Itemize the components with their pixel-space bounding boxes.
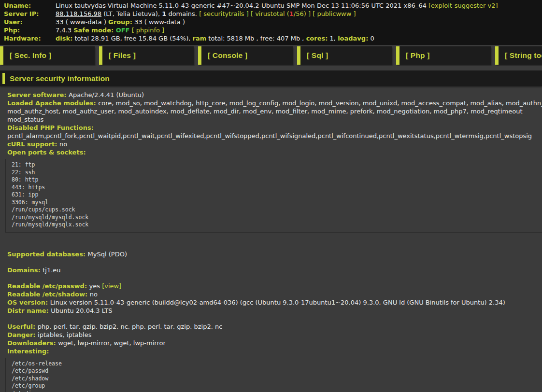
danger-line: Danger: iptables, iptables [7, 331, 542, 339]
open-ports-label-line: Open ports & sockets: [7, 148, 542, 156]
securitytrails-link[interactable]: [ securitytrails ] [199, 10, 249, 17]
downloaders-value: wget, lwp-mirror, wget, lwp-mirror [58, 339, 166, 347]
spacer [7, 258, 542, 266]
hardware-row: Hardware: disk: total 28.91 GB, free 15.… [4, 34, 538, 42]
downloaders-label: Downloaders: [7, 339, 58, 347]
curl-line: cURL support: no [7, 140, 542, 148]
disk-value: total 28.91 GB, free 15.84 GB (54%), [72, 35, 192, 42]
disk-label: disk: [56, 35, 72, 42]
distr-name-value: Ubuntu 20.04.3 LTS [51, 307, 112, 314]
uname-value: Linux tautvydas-Virtual-Machine 5.11.0-4… [56, 1, 498, 10]
php-row: Php: 7.4.3 Safe mode: OFF [ phpinfo ] [4, 26, 538, 34]
passwd-line: Readable /etc/passwd: yes [view] [7, 282, 542, 290]
virustotal-link[interactable]: [ virustotal (1/56) ] [249, 10, 313, 17]
tab-php[interactable]: [ Php ] [396, 46, 491, 65]
loadavg-label: loadavg: [338, 35, 368, 42]
user-label: User: [4, 18, 56, 26]
cores-label: cores: [306, 35, 328, 42]
domains-count: 1 [162, 10, 166, 17]
userful-value: php, perl, tar, gzip, bzip2, nc, php, pe… [38, 323, 223, 330]
curl-value: no [59, 140, 67, 148]
user-value: 33 ( www-data ) Group: 33 ( www-data ) [56, 18, 185, 26]
passwd-view-link[interactable]: [view] [102, 282, 121, 290]
databases-value: MySql (PDO) [88, 251, 127, 258]
accent-bar [2, 73, 5, 84]
tab-files[interactable]: [ Files ] [99, 46, 194, 65]
spacer [7, 315, 542, 322]
ram-label: ram [192, 35, 206, 42]
server-software-line: Server software: Apache/2.4.41 (Ubuntu) [7, 91, 542, 99]
tab-string-tools[interactable]: [ String tools ] [495, 46, 542, 65]
apache-modules-line-1: Loaded Apache modules: core, mod_so, mod… [7, 99, 542, 107]
tab-bar: [ Sec. Info ] [ Files ] [ Console ] [ Sq… [0, 46, 542, 66]
os-version-value: Linux version 5.11.0-43-generic (buildd@… [50, 299, 505, 306]
loadavg-value: 0 [368, 35, 374, 42]
open-ports-label: Open ports & sockets: [7, 149, 86, 156]
spacer [7, 236, 542, 250]
apache-modules-value-1: core, mod_so, mod_watchdog, http_core, m… [98, 99, 542, 107]
danger-label: Danger: [7, 331, 38, 338]
hardware-value: disk: total 28.91 GB, free 15.84 GB (54%… [56, 34, 374, 42]
uname-text: Linux tautvydas-Virtual-Machine 5.11.0-4… [56, 2, 428, 9]
server-software-value: Apache/2.4.41 (Ubuntu) [69, 91, 144, 98]
tab-sql[interactable]: [ Sql ] [297, 46, 392, 65]
apache-modules-label: Loaded Apache modules: [7, 99, 98, 107]
shadow-label: Readable /etc/shadow: [7, 291, 90, 298]
section-header: Server security information [0, 70, 542, 86]
domains-line: Domains: tj1.eu [7, 266, 542, 274]
hardware-label: Hardware: [4, 34, 56, 42]
virustotal-open: [ virustotal ( [249, 10, 289, 17]
apache-modules-line-3: mod_status [7, 115, 542, 124]
apache-modules-line-2: mod_authz_host, mod_authz_user, mod_auto… [7, 107, 542, 115]
uname-label: Uname: [4, 1, 56, 10]
distr-name-label: Distr name: [7, 307, 51, 314]
safe-mode-status: OFF [116, 27, 130, 34]
domains-suffix: domains. [166, 10, 199, 17]
tab-console[interactable]: [ Console ] [198, 46, 293, 65]
ram-value: total: 5818 Mb , free: 407 Mb , [206, 35, 306, 42]
open-ports-list: 21: ftp 22: ssh 80: http 443: https 631:… [5, 159, 542, 233]
server-ip-value: 88.118.156.98 (LT, Telia Lietuva), 1 dom… [56, 10, 356, 18]
passwd-value: yes [89, 282, 102, 290]
shadow-value: no [90, 291, 98, 298]
user-row: User: 33 ( www-data ) Group: 33 ( www-da… [4, 18, 538, 26]
disabled-php-label: Disabled PHP Functions: [7, 124, 94, 131]
group-label: Group: [108, 18, 132, 26]
exploit-suggester-link[interactable]: [exploit-suggester v2] [428, 2, 498, 9]
user-text: 33 ( www-data ) [56, 18, 108, 26]
ip-location-text: (LT, Telia Lietuva), [101, 10, 162, 17]
php-version: 7.4.3 [56, 27, 73, 34]
tab-sec-info[interactable]: [ Sec. Info ] [0, 46, 95, 65]
group-text: 33 ( www-data ) [132, 18, 185, 26]
virustotal-detections: 1 [289, 10, 294, 17]
server-software-label: Server software: [7, 91, 69, 98]
php-value: 7.4.3 Safe mode: OFF [ phpinfo ] [56, 26, 164, 34]
uname-row: Uname: Linux tautvydas-Virtual-Machine 5… [4, 1, 538, 10]
safe-mode-label: Safe mode: [73, 27, 115, 34]
shadow-line: Readable /etc/shadow: no [7, 290, 542, 298]
interesting-label: Interesting: [7, 348, 49, 355]
cores-value: 1, [328, 35, 338, 42]
publicwww-link[interactable]: [ publicwww ] [313, 10, 356, 17]
os-version-label: OS version: [7, 299, 50, 306]
server-ip-row: Server IP: 88.118.156.98 (LT, Telia Liet… [4, 10, 538, 18]
passwd-label: Readable /etc/passwd: [7, 282, 89, 290]
databases-label: Supported databases: [7, 251, 88, 258]
spacer [7, 274, 542, 282]
danger-value: iptables, iptables [38, 331, 91, 338]
os-version-line: OS version: Linux version 5.11.0-43-gene… [7, 298, 542, 307]
disabled-php-label-line: Disabled PHP Functions: [7, 124, 542, 132]
phpinfo-link[interactable]: [ phpinfo ] [130, 27, 165, 34]
server-ip-link[interactable]: 88.118.156.98 [56, 10, 101, 17]
server-info-header: Uname: Linux tautvydas-Virtual-Machine 5… [0, 0, 542, 45]
server-ip-label: Server IP: [4, 10, 56, 18]
downloaders-line: Downloaders: wget, lwp-mirror, wget, lwp… [7, 339, 542, 347]
curl-label: cURL support: [7, 140, 59, 148]
userful-line: Userful: php, perl, tar, gzip, bzip2, nc… [7, 322, 542, 331]
interesting-files-list: /etc/os-release /etc/passwd /etc/shadow … [5, 358, 542, 392]
disabled-php-value-line: pcntl_alarm,pcntl_fork,pcntl_waitpid,pcn… [7, 132, 542, 140]
section-title: Server security information [10, 74, 110, 83]
distr-name-line: Distr name: Ubuntu 20.04.3 LTS [7, 307, 542, 315]
userful-label: Userful: [7, 323, 38, 330]
security-info-panel: Server software: Apache/2.4.41 (Ubuntu) … [0, 86, 542, 392]
